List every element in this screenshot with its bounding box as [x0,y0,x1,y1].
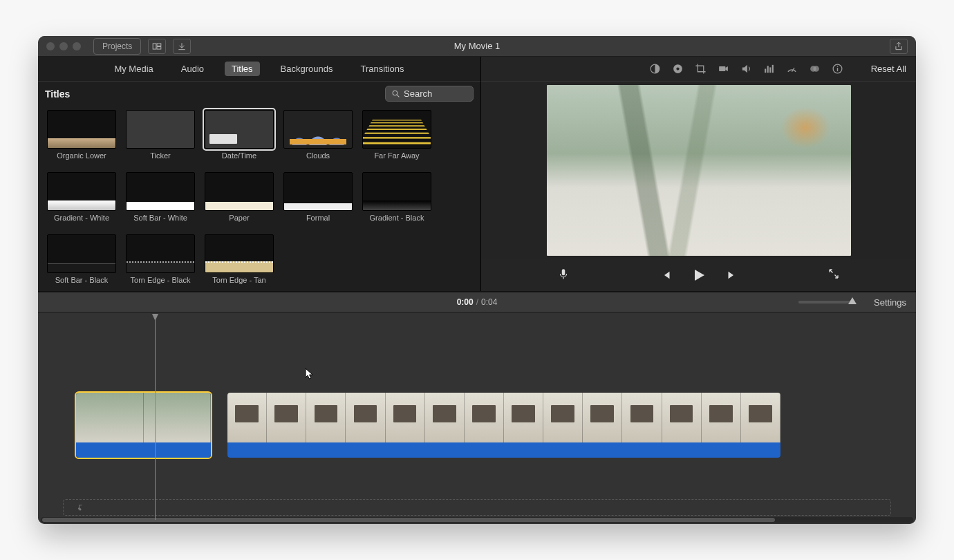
reset-all-button[interactable]: Reset All [871,64,906,74]
title-tile[interactable]: Paper [201,172,277,222]
svg-point-8 [676,67,679,70]
title-thumbnail [205,110,274,149]
title-label: Gradient - White [54,214,109,222]
play-button[interactable] [691,267,707,283]
title-tile[interactable]: Torn Edge - Black [122,234,198,284]
svg-rect-12 [769,67,771,73]
title-label: Formal [306,214,330,222]
voiceover-button[interactable] [557,268,570,283]
title-tile[interactable]: Gradient - White [44,172,120,222]
title-label: Soft Bar - White [133,214,187,222]
camera-icon[interactable] [718,63,729,75]
svg-rect-13 [771,65,773,73]
svg-rect-19 [562,269,565,275]
fullscreen-button[interactable] [827,268,840,283]
speaker-icon[interactable] [740,63,752,75]
projects-button[interactable]: Projects [93,38,141,55]
browser-panel: My Media Audio Titles Backgrounds Transi… [38,57,481,291]
import-button[interactable] [173,39,191,54]
next-button[interactable] [725,269,738,281]
time-separator: / [476,297,478,307]
svg-rect-0 [153,43,157,48]
close-window-icon[interactable] [46,42,55,50]
tab-transitions[interactable]: Transitions [353,62,411,76]
title-tile[interactable]: Clouds [280,110,356,160]
playhead[interactable] [155,314,156,520]
color-wheel-icon[interactable] [672,63,684,75]
svg-rect-10 [765,69,766,73]
title-label: Date/Time [222,151,256,160]
timeline-clip[interactable] [227,393,780,458]
title-tile[interactable]: Gradient - Black [359,172,435,222]
viewer-panel: Reset All [481,57,916,291]
search-input[interactable]: Search [385,86,474,102]
svg-rect-17 [836,68,837,71]
title-tile[interactable]: Soft Bar - Black [44,234,120,284]
time-total: 0:04 [481,297,497,307]
tab-audio[interactable]: Audio [174,62,211,76]
title-thumbnail [362,110,431,149]
speedometer-icon[interactable] [786,63,798,75]
title-tile[interactable]: Formal [280,172,356,222]
svg-rect-9 [719,66,725,71]
preview-viewer[interactable] [481,82,916,259]
search-icon [391,89,400,98]
timeline-clip[interactable] [76,393,211,458]
title-thumbnail [47,110,116,149]
title-label: Ticker [150,151,171,160]
adjust-tools [649,63,843,75]
title-thumbnail [205,172,274,211]
title-thumbnail [205,234,274,273]
traffic-lights [46,42,81,50]
audio-track[interactable] [63,499,891,516]
contrast-icon[interactable] [649,63,661,75]
title-label: Torn Edge - Black [131,276,191,284]
title-thumbnail [283,172,353,211]
zoom-window-icon[interactable] [73,42,81,50]
library-view-button[interactable] [148,39,166,54]
svg-rect-11 [767,66,768,73]
title-thumbnail [47,234,116,273]
timeline[interactable] [38,312,916,524]
title-tile[interactable]: Ticker [122,110,198,160]
title-thumbnail [126,234,195,273]
minimize-window-icon[interactable] [59,42,68,50]
title-label: Clouds [306,151,330,160]
previous-button[interactable] [660,269,673,281]
title-label: Organic Lower [57,151,106,160]
timeline-scrollbar[interactable] [41,517,913,523]
music-note-icon [76,503,84,512]
tab-backgrounds[interactable]: Backgrounds [274,62,340,76]
svg-point-3 [393,91,398,95]
title-tile[interactable]: Organic Lower [44,110,120,160]
equalizer-icon[interactable] [763,63,775,75]
clip-audio-strip [227,442,780,458]
zoom-slider[interactable] [798,301,852,304]
tab-my-media[interactable]: My Media [107,62,160,76]
tab-titles[interactable]: Titles [225,62,260,76]
timeline-header: 0:00 / 0:04 Settings [38,292,916,312]
svg-point-15 [813,66,819,72]
title-tile[interactable]: Soft Bar - White [122,172,198,222]
crop-icon[interactable] [695,63,707,75]
title-tile[interactable]: Torn Edge - Tan [201,234,277,284]
browser-tabs: My Media Audio Titles Backgrounds Transi… [38,57,480,82]
app-window: Projects My Movie 1 My Media Audio Title… [38,36,916,524]
title-tile[interactable]: Far Far Away [359,110,435,160]
title-thumbnail [126,172,195,211]
title-label: Far Far Away [374,151,419,160]
adjust-toolbar: Reset All [481,57,916,82]
titles-grid: Organic LowerTickerDate/TimeCloudsFar Fa… [38,106,480,290]
share-button[interactable] [890,39,908,54]
overlap-icon[interactable] [809,63,821,75]
settings-button[interactable]: Settings [874,297,906,308]
video-track [76,393,878,459]
titlebar: Projects My Movie 1 [38,36,916,57]
title-thumbnail [47,172,116,211]
search-placeholder: Search [404,88,432,99]
info-icon[interactable] [832,63,843,75]
title-label: Gradient - Black [370,214,424,222]
title-tile[interactable]: Date/Time [201,110,277,160]
title-thumbnail [126,110,195,149]
clip-audio-strip [76,442,211,458]
